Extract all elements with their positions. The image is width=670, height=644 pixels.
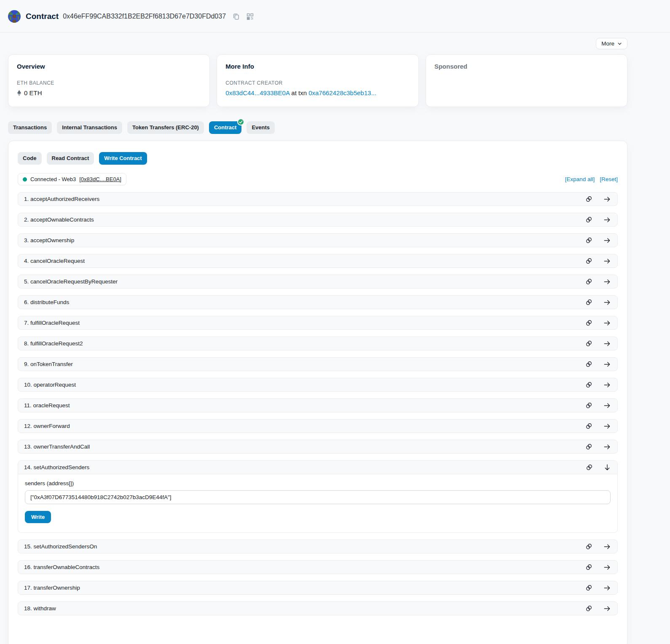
expand-arrow-icon[interactable]: [603, 237, 611, 244]
tab-internal-transactions[interactable]: Internal Transactions: [57, 121, 122, 134]
function-row[interactable]: 5. cancelOracleRequestByRequester: [18, 275, 618, 289]
collapse-arrow-icon[interactable]: [604, 464, 611, 471]
permalink-icon[interactable]: [585, 422, 592, 430]
function-label: 9. onTokenTransfer: [24, 360, 73, 368]
function-row[interactable]: 1. acceptAuthorizedReceivers: [18, 192, 618, 206]
expand-arrow-icon[interactable]: [603, 585, 611, 591]
function-label: 3. acceptOwnership: [24, 236, 74, 244]
tab-transactions[interactable]: Transactions: [8, 121, 52, 134]
function-label: 12. ownerForward: [24, 422, 70, 430]
permalink-icon[interactable]: [585, 361, 592, 368]
permalink-icon[interactable]: [585, 402, 592, 409]
senders-input[interactable]: [25, 490, 611, 504]
creator-address-link[interactable]: 0x83dC44...4933BE0A: [225, 89, 289, 96]
functions-list-bottom: 15. setAuthorizedSendersOn: [18, 540, 618, 615]
function-label: 11. oracleRequest: [24, 401, 70, 409]
reset-link[interactable]: [Reset]: [600, 176, 618, 182]
expand-arrow-icon[interactable]: [603, 258, 611, 265]
function-label: 2. acceptOwnableContracts: [24, 216, 94, 224]
tab-contract[interactable]: Contract: [209, 121, 241, 134]
summary-cards: Overview ETH BALANCE 0 ETH More Info CON…: [8, 54, 627, 107]
page-header: Contract 0x46eFF99CAB332f1B2EB2Ff6813D67…: [0, 0, 670, 32]
expand-arrow-icon[interactable]: [603, 605, 611, 612]
expand-arrow-icon[interactable]: [603, 382, 611, 388]
function-row[interactable]: 13. ownerTransferAndCall: [18, 440, 618, 454]
function-expanded-setAuthorizedSenders: 14. setAuthorizedSenders senders (: [18, 460, 618, 533]
permalink-icon[interactable]: [585, 216, 592, 223]
main-tabs: Transactions Internal Transactions Token…: [8, 121, 627, 134]
function-row[interactable]: 11. oracleRequest: [18, 398, 618, 412]
permalink-icon[interactable]: [585, 257, 592, 265]
expand-arrow-icon[interactable]: [603, 402, 611, 409]
function-row[interactable]: 12. ownerForward: [18, 419, 618, 433]
expand-arrow-icon[interactable]: [603, 299, 611, 306]
more-info-card: More Info CONTRACT CREATOR 0x83dC44...49…: [217, 54, 418, 107]
permalink-icon[interactable]: [585, 543, 592, 550]
wallet-status-text: Connected - Web3: [30, 176, 76, 182]
function-row[interactable]: 2. acceptOwnableContracts: [18, 213, 618, 227]
expand-arrow-icon[interactable]: [603, 444, 611, 450]
expand-arrow-icon[interactable]: [603, 361, 611, 368]
function-row[interactable]: 17. transferOwnership: [18, 581, 618, 595]
more-button-label: More: [601, 40, 614, 47]
permalink-icon[interactable]: [585, 195, 592, 203]
expand-arrow-icon[interactable]: [603, 543, 611, 550]
subtab-write-contract[interactable]: Write Contract: [99, 152, 147, 165]
permalink-icon[interactable]: [585, 299, 592, 306]
function-label: 18. withdraw: [24, 604, 56, 612]
function-row[interactable]: 6. distributeFunds: [18, 295, 618, 309]
function-row[interactable]: 3. acceptOwnership: [18, 233, 618, 247]
creation-txn-link[interactable]: 0xa7662428c3b5eb13...: [308, 89, 376, 96]
tab-token-transfers[interactable]: Token Transfers (ERC-20): [127, 121, 204, 134]
expand-arrow-icon[interactable]: [603, 564, 611, 571]
verified-check-badge: [237, 118, 244, 126]
permalink-icon[interactable]: [586, 464, 593, 471]
function-row[interactable]: 18. withdraw: [18, 601, 618, 615]
more-row: More: [8, 38, 627, 49]
more-info-title: More Info: [225, 63, 410, 70]
permalink-icon[interactable]: [585, 564, 592, 571]
permalink-icon[interactable]: [585, 443, 592, 450]
contract-creator-label: CONTRACT CREATOR: [225, 80, 410, 86]
function-row[interactable]: 7. fulfillOracleRequest: [18, 316, 618, 330]
param-label: senders (address[]): [25, 480, 611, 486]
expand-all-link[interactable]: [Expand all]: [565, 176, 595, 182]
function-row[interactable]: 16. transferOwnableContracts: [18, 560, 618, 574]
chevron-down-icon: [617, 41, 622, 46]
expand-arrow-icon[interactable]: [603, 320, 611, 326]
wallet-status[interactable]: Connected - Web3 [0x83dC....BE0A]: [18, 173, 126, 185]
function-row-expanded-header[interactable]: 14. setAuthorizedSenders: [18, 461, 617, 474]
function-row[interactable]: 15. setAuthorizedSendersOn: [18, 540, 618, 553]
page-title: Contract: [26, 12, 59, 21]
subtab-code[interactable]: Code: [18, 152, 42, 165]
permalink-icon[interactable]: [585, 605, 592, 612]
permalink-icon[interactable]: [585, 381, 592, 388]
expand-arrow-icon[interactable]: [603, 216, 611, 223]
permalink-icon[interactable]: [585, 319, 592, 326]
contract-address: 0x46eFF99CAB332f1B2EB2Ff6813D67e7D30FDd0…: [63, 13, 226, 20]
function-label: 14. setAuthorizedSenders: [24, 463, 89, 471]
expand-arrow-icon[interactable]: [603, 423, 611, 430]
function-label: 6. distributeFunds: [24, 298, 69, 306]
wallet-row: Connected - Web3 [0x83dC....BE0A] [Expan…: [18, 173, 618, 185]
write-button[interactable]: Write: [25, 511, 51, 523]
permalink-icon[interactable]: [585, 584, 592, 591]
subtab-read-contract[interactable]: Read Contract: [47, 152, 94, 165]
expand-arrow-icon[interactable]: [603, 340, 611, 347]
permalink-icon[interactable]: [585, 340, 592, 347]
function-row[interactable]: 4. cancelOracleRequest: [18, 254, 618, 268]
function-row[interactable]: 10. operatorRequest: [18, 378, 618, 392]
function-row[interactable]: 9. onTokenTransfer: [18, 357, 618, 371]
qr-code-icon[interactable]: [247, 13, 254, 20]
contract-panel: Code Read Contract Write Contract Connec…: [8, 141, 627, 644]
function-row[interactable]: 8. fulfillOracleRequest2: [18, 337, 618, 350]
copy-address-icon[interactable]: [233, 13, 240, 20]
wallet-address-link[interactable]: [0x83dC....BE0A]: [79, 176, 121, 182]
permalink-icon[interactable]: [585, 278, 592, 285]
function-label: 8. fulfillOracleRequest2: [24, 339, 83, 347]
permalink-icon[interactable]: [585, 237, 592, 244]
expand-arrow-icon[interactable]: [603, 278, 611, 285]
expand-arrow-icon[interactable]: [603, 196, 611, 203]
more-button[interactable]: More: [596, 38, 627, 49]
tab-events[interactable]: Events: [247, 121, 275, 134]
